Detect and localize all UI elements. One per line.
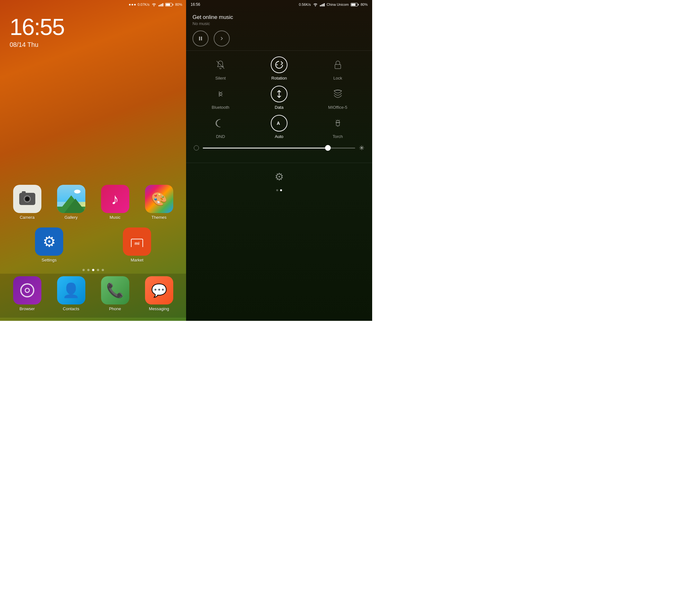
- app-phone[interactable]: 📞 Phone: [96, 276, 134, 311]
- svg-line-2: [217, 61, 224, 69]
- network-speed-left: 0.07K/s: [138, 3, 150, 6]
- svg-line-10: [339, 120, 340, 121]
- music-pause-button[interactable]: [193, 31, 209, 46]
- auto-label: Auto: [275, 134, 284, 139]
- bottom-dock: Browser 👤 Contacts 📞 Phone 💬: [0, 274, 186, 318]
- settings-label: Settings: [42, 258, 57, 262]
- divider-2: [186, 163, 372, 163]
- torch-label: Torch: [333, 134, 343, 139]
- svg-line-8: [336, 120, 337, 121]
- network-dots: [129, 4, 136, 5]
- battery-icon-right: [351, 3, 359, 6]
- messaging-icon: 💬: [145, 276, 173, 304]
- brightness-fill: [203, 147, 328, 148]
- bottom-settings-area: ⚙: [186, 165, 372, 188]
- svg-rect-3: [335, 64, 341, 69]
- app-contacts[interactable]: 👤 Contacts: [52, 276, 91, 311]
- brightness-thumb[interactable]: [325, 145, 331, 151]
- contacts-icon: 👤: [57, 276, 85, 304]
- clock-date: 08/14 Thu: [9, 41, 176, 48]
- page-dots: [0, 266, 186, 274]
- left-panel: 0.07K/s 80% 16:55 08/14 Thu: [0, 0, 186, 321]
- auto-circle: A: [271, 115, 288, 132]
- rotation-label: Rotation: [272, 76, 287, 81]
- bluetooth-icon: [215, 88, 226, 100]
- wifi-icon-right: [313, 3, 318, 6]
- signal-bars-right: [320, 3, 325, 6]
- controls-row-1: Silent Rotation: [193, 57, 366, 81]
- silent-icon: [215, 59, 226, 71]
- music-label: Music: [110, 215, 121, 220]
- camera-icon: [13, 185, 41, 213]
- app-camera[interactable]: Camera: [8, 185, 46, 220]
- camera-label: Camera: [20, 215, 34, 220]
- control-silent[interactable]: Silent: [193, 57, 249, 81]
- music-title: Get online music: [193, 14, 366, 21]
- control-data[interactable]: Data: [251, 86, 308, 110]
- torch-icon: [332, 117, 343, 129]
- lock-label: Lock: [333, 76, 342, 81]
- control-bluetooth[interactable]: Bluetooth: [193, 86, 249, 110]
- battery-left: 80%: [175, 3, 182, 6]
- right-status-info: 0.56K/s China Unicom 80%: [299, 3, 368, 6]
- left-status-bar: 0.07K/s 80%: [0, 0, 186, 9]
- brightness-min-icon: [194, 145, 199, 151]
- right-carrier: China Unicom: [326, 3, 349, 6]
- right-time: 16:56: [191, 2, 200, 7]
- app-themes[interactable]: 🎨 Themes: [140, 185, 178, 220]
- app-gallery[interactable]: Gallery: [52, 185, 91, 220]
- music-subtitle: No music: [193, 21, 366, 26]
- control-dnd[interactable]: DND: [193, 115, 249, 139]
- app-grid-area: Camera Gallery: [0, 52, 186, 321]
- dnd-icon: [215, 117, 226, 129]
- wifi-icon: [152, 3, 157, 6]
- app-settings[interactable]: ⚙ Settings: [8, 227, 91, 262]
- controls-row-2: Bluetooth Data: [193, 86, 366, 110]
- gallery-icon: [57, 185, 85, 213]
- app-music[interactable]: ♪ Music: [96, 185, 134, 220]
- data-label: Data: [275, 105, 283, 110]
- right-page-dot-1[interactable]: [280, 189, 282, 191]
- right-network-speed: 0.56K/s: [299, 3, 311, 6]
- bluetooth-label: Bluetooth: [212, 105, 230, 110]
- settings-cog-icon[interactable]: ⚙: [275, 171, 284, 183]
- control-lock[interactable]: Lock: [310, 57, 366, 81]
- right-page-dot-0[interactable]: [276, 189, 278, 191]
- page-dot-1[interactable]: [87, 269, 90, 271]
- right-battery: 80%: [361, 3, 368, 6]
- control-torch[interactable]: Torch: [310, 115, 366, 139]
- auto-icon: A: [275, 119, 283, 127]
- control-mioffice[interactable]: MIOffice-5: [310, 86, 366, 110]
- music-next-button[interactable]: [214, 31, 230, 46]
- page-dot-2[interactable]: [92, 269, 94, 271]
- quick-controls: Silent Rotation: [186, 51, 372, 160]
- app-browser[interactable]: Browser: [8, 276, 46, 311]
- brightness-slider[interactable]: [203, 147, 355, 148]
- app-grid-row1: Camera Gallery: [0, 185, 186, 222]
- control-auto[interactable]: A Auto: [251, 115, 308, 139]
- contacts-label: Contacts: [63, 306, 79, 311]
- page-dot-3[interactable]: [97, 269, 99, 271]
- app-market[interactable]: mi Market: [96, 227, 178, 262]
- app-messaging[interactable]: 💬 Messaging: [140, 276, 178, 311]
- themes-label: Themes: [152, 215, 166, 220]
- music-icon: ♪: [101, 185, 129, 213]
- data-circle: [271, 86, 288, 102]
- phone-label: Phone: [109, 306, 121, 311]
- svg-rect-1: [201, 37, 202, 40]
- phone-icon: 📞: [101, 276, 129, 304]
- page-dot-4[interactable]: [102, 269, 104, 271]
- control-rotation[interactable]: Rotation: [251, 57, 308, 81]
- mioffice-icon: [332, 88, 343, 100]
- right-panel: 16:56 0.56K/s China Unicom 80% Ge: [186, 0, 372, 321]
- lock-icon: [332, 59, 343, 71]
- page-dot-0[interactable]: [82, 269, 85, 271]
- data-icon: [275, 90, 283, 98]
- rotation-circle: [271, 57, 288, 73]
- svg-rect-6: [336, 123, 339, 126]
- clock-time: 16:55: [9, 15, 176, 39]
- mioffice-label: MIOffice-5: [328, 105, 348, 110]
- music-controls: [193, 31, 366, 46]
- browser-icon: [13, 276, 41, 304]
- silent-label: Silent: [215, 76, 226, 81]
